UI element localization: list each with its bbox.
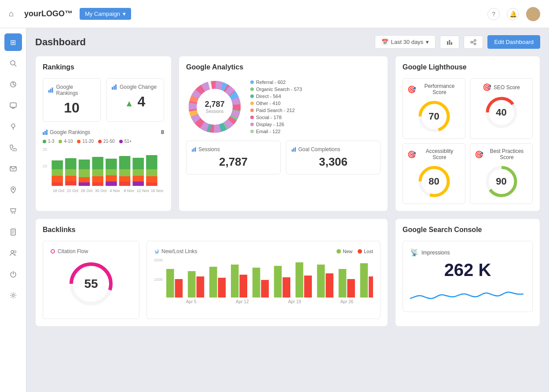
best-practices-score-box: 🎯 Best Practices Score 90 xyxy=(470,143,533,204)
svg-rect-26 xyxy=(48,90,50,93)
backlinks-title: Backlinks xyxy=(43,226,381,234)
svg-rect-40 xyxy=(65,169,77,176)
citation-flow-box: Citation Flow 55 xyxy=(43,241,139,319)
svg-rect-79 xyxy=(293,148,295,152)
svg-point-10 xyxy=(14,213,15,214)
svg-rect-55 xyxy=(119,156,131,169)
svg-rect-34 xyxy=(46,130,48,135)
analytics-metrics: Sessions 2,787 Goal Completions 3,306 xyxy=(186,141,381,174)
share-button[interactable] xyxy=(464,36,483,49)
sidebar-item-analytics[interactable] xyxy=(4,76,22,93)
svg-point-23 xyxy=(474,43,476,45)
svg-rect-107 xyxy=(339,269,347,298)
goal-metric: Goal Completions 3,306 xyxy=(286,141,381,174)
svg-rect-57 xyxy=(119,176,131,181)
sidebar-item-phone[interactable] xyxy=(4,139,22,156)
svg-rect-31 xyxy=(115,84,117,90)
svg-rect-37 xyxy=(51,176,63,182)
sidebar: ⊞ xyxy=(0,28,26,392)
donut-container: 2,787 Sessions Referral - 602 Organic Se… xyxy=(186,78,381,135)
svg-rect-102 xyxy=(282,277,290,298)
svg-rect-46 xyxy=(79,182,90,186)
svg-rect-50 xyxy=(92,182,103,186)
accessibility-value: 80 xyxy=(428,176,439,187)
sidebar-item-shop[interactable] xyxy=(4,202,22,220)
sessions-donut: 2,787 Sessions xyxy=(186,78,243,135)
impressions-label: Impressions xyxy=(421,250,450,256)
svg-point-0 xyxy=(530,9,536,15)
sidebar-item-search[interactable] xyxy=(4,54,22,72)
home-icon[interactable]: ⌂ xyxy=(9,9,14,18)
sidebar-item-pins[interactable] xyxy=(4,118,22,135)
svg-rect-54 xyxy=(106,181,117,186)
lighthouse-scores: 🎯 Performance Score 70 xyxy=(403,78,533,204)
performance-label: Performance Score xyxy=(418,83,461,95)
nav-icons: ? 🔔 xyxy=(487,7,540,21)
svg-rect-58 xyxy=(119,181,131,186)
sessions-value: 2,787 xyxy=(192,155,275,169)
best-practices-label: Best Practices Score xyxy=(486,148,528,160)
sidebar-item-messages[interactable] xyxy=(4,97,22,114)
sidebar-item-users[interactable] xyxy=(4,244,22,262)
chart-view-button[interactable] xyxy=(440,36,459,49)
logo: yourLOGO™ xyxy=(24,9,73,18)
svg-rect-47 xyxy=(92,157,103,169)
top-nav: ⌂ yourLOGO™ My Campaign ? 🔔 xyxy=(0,0,549,28)
avatar[interactable] xyxy=(526,7,540,21)
analytics-card: Google Analytics xyxy=(179,56,388,211)
svg-line-24 xyxy=(472,41,474,42)
main-content: Dashboard 📅 Last 30 days ▾ Edit Dashboar… xyxy=(26,28,549,392)
svg-rect-100 xyxy=(261,280,269,298)
sidebar-item-settings[interactable] xyxy=(4,287,22,304)
svg-rect-29 xyxy=(112,87,113,90)
svg-rect-36 xyxy=(51,169,63,176)
edit-dashboard-button[interactable]: Edit Dashboard xyxy=(487,35,540,49)
date-range-button[interactable]: 📅 Last 30 days ▾ xyxy=(375,35,436,49)
links-x-labels: Apr 5 Apr 12 Apr 19 Apr 26 xyxy=(154,299,373,304)
sidebar-item-email[interactable] xyxy=(4,160,22,178)
svg-point-8 xyxy=(12,188,14,190)
impressions-value: 262 K xyxy=(410,260,525,280)
best-practices-value: 90 xyxy=(496,176,506,187)
svg-rect-65 xyxy=(146,176,157,182)
performance-gauge: 70 xyxy=(417,99,452,134)
svg-point-5 xyxy=(11,124,15,127)
svg-line-25 xyxy=(472,43,474,44)
svg-rect-38 xyxy=(51,182,63,186)
svg-rect-27 xyxy=(50,89,51,93)
svg-point-16 xyxy=(14,251,16,253)
campaign-button[interactable]: My Campaign xyxy=(80,8,131,20)
svg-rect-19 xyxy=(449,40,450,45)
svg-rect-76 xyxy=(194,148,195,152)
svg-rect-48 xyxy=(92,169,103,176)
google-change-metric: Google Change ▲ 4 xyxy=(106,78,164,122)
sidebar-item-power[interactable] xyxy=(4,265,22,283)
help-icon[interactable]: ? xyxy=(487,8,500,20)
page-header: Dashboard 📅 Last 30 days ▾ Edit Dashboar… xyxy=(35,35,540,49)
svg-rect-64 xyxy=(146,169,157,176)
sidebar-item-docs[interactable] xyxy=(4,223,22,241)
svg-rect-42 xyxy=(65,181,77,185)
svg-rect-92 xyxy=(175,279,183,298)
svg-rect-108 xyxy=(347,279,355,298)
svg-rect-61 xyxy=(132,176,144,181)
svg-rect-104 xyxy=(304,276,312,298)
svg-rect-49 xyxy=(92,176,103,182)
svg-point-2 xyxy=(11,61,15,65)
sessions-list: Referral - 602 Organic Search - 573 Dire… xyxy=(250,80,302,134)
svg-rect-66 xyxy=(146,182,157,186)
accessibility-gauge: 80 xyxy=(417,164,452,199)
sidebar-item-dashboard[interactable]: ⊞ xyxy=(4,33,22,51)
svg-rect-45 xyxy=(79,177,90,182)
impressions-box: 📡 Impressions 262 K xyxy=(403,241,533,312)
backlinks-content: Citation Flow 55 xyxy=(43,241,381,319)
sidebar-item-location[interactable] xyxy=(4,181,22,199)
svg-rect-101 xyxy=(274,266,282,298)
seo-score-box: 🎯 SEO Score 40 xyxy=(470,78,533,139)
svg-rect-59 xyxy=(132,158,144,169)
search-console-title: Google Search Console xyxy=(403,226,533,234)
bell-icon[interactable]: 🔔 xyxy=(507,8,519,20)
svg-rect-94 xyxy=(197,276,205,298)
svg-rect-52 xyxy=(106,169,117,175)
accessibility-label: Accessiblity Score xyxy=(418,148,461,160)
